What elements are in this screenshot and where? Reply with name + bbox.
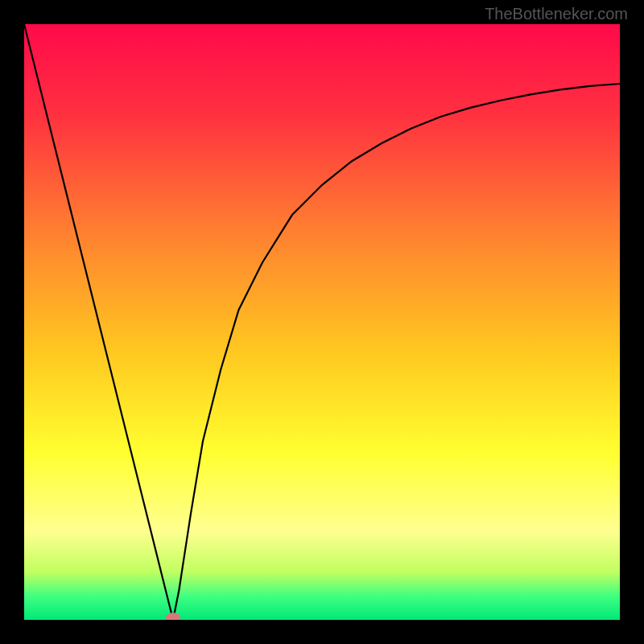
watermark-text: TheBottleneker.com — [485, 5, 628, 23]
chart-background — [24, 24, 620, 620]
chart-container — [24, 24, 620, 620]
chart-svg — [24, 24, 620, 620]
